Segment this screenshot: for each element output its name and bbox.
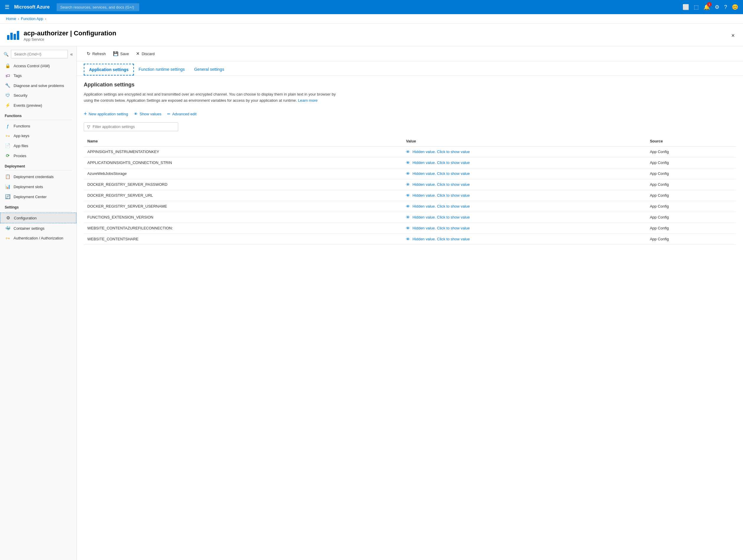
sidebar-item-app-files[interactable]: 📄 App files (0, 141, 76, 151)
sidebar-item-access-control[interactable]: 🔒 Access Control (IAM) (0, 61, 76, 71)
learn-more-link[interactable]: Learn more (298, 98, 317, 103)
center-icon: 🔄 (5, 194, 11, 199)
row-name: DOCKER_REGISTRY_SERVER_USERNAME (84, 201, 402, 212)
table-row[interactable]: WEBSITE_CONTENTSHARE 👁 Hidden value. Cli… (84, 234, 736, 244)
hidden-value-text: Hidden value. Click to show value (412, 215, 470, 219)
sidebar-item-deployment-slots[interactable]: 📊 Deployment slots (0, 182, 76, 192)
sidebar-item-events[interactable]: ⚡ Events (preview) (0, 100, 76, 110)
table-row[interactable]: FUNCTIONS_EXTENSION_VERSION 👁 Hidden val… (84, 212, 736, 223)
row-source: App Config (646, 157, 736, 168)
breadcrumb-sep-1: › (18, 17, 19, 21)
cloud-shell-icon[interactable]: ⬚ (694, 4, 699, 10)
table-row[interactable]: WEBSITE_CONTENTAZUREFILECONNECTION: 👁 Hi… (84, 223, 736, 234)
sidebar-item-security[interactable]: 🛡 Security (0, 91, 76, 100)
topbar-icons: ⬜ ⬚ 🔔 1 ⚙ ? 😊 (683, 4, 738, 10)
close-button[interactable]: × (729, 31, 737, 40)
row-value[interactable]: 👁 Hidden value. Click to show value (402, 190, 646, 201)
row-name: WEBSITE_CONTENTAZUREFILECONNECTION: (84, 223, 402, 234)
sidebar-divider-settings (5, 211, 72, 212)
breadcrumb: Home › Function App › (0, 14, 743, 24)
help-icon[interactable]: ? (724, 4, 727, 10)
col-source: Source (646, 136, 736, 147)
sidebar-section-functions: Functions (0, 110, 76, 119)
refresh-icon: ↻ (87, 51, 91, 56)
settings-icon[interactable]: ⚙ (715, 4, 719, 10)
new-setting-label: New application setting (89, 112, 128, 116)
eye-icon: 👁 (406, 237, 410, 241)
tab-general-settings[interactable]: General settings (189, 64, 229, 76)
row-value[interactable]: 👁 Hidden value. Click to show value (402, 168, 646, 179)
lightning-icon: ⚡ (5, 103, 11, 108)
row-name: APPLICATIONINSIGHTS_CONNECTION_STRIN (84, 157, 402, 168)
pencil-icon: ✏ (167, 112, 171, 116)
notifications-icon[interactable]: 🔔 1 (703, 4, 710, 10)
row-name: FUNCTIONS_EXTENSION_VERSION (84, 212, 402, 223)
row-value[interactable]: 👁 Hidden value. Click to show value (402, 157, 646, 168)
breadcrumb-home[interactable]: Home (6, 16, 16, 21)
container-icon: 🐳 (5, 226, 11, 231)
new-setting-button[interactable]: + New application setting (84, 110, 128, 118)
sidebar-item-label: Proxies (13, 154, 26, 158)
credentials-icon: 📋 (5, 174, 11, 179)
account-icon[interactable]: 😊 (732, 4, 738, 10)
table-row[interactable]: APPINSIGHTS_INSTRUMENTATIONKEY 👁 Hidden … (84, 146, 736, 157)
row-value[interactable]: 👁 Hidden value. Click to show value (402, 223, 646, 234)
table-row[interactable]: DOCKER_REGISTRY_SERVER_USERNAME 👁 Hidden… (84, 201, 736, 212)
resource-subtitle: App Service (24, 37, 116, 42)
func-bar-3 (13, 34, 16, 40)
plus-icon: + (84, 111, 87, 117)
row-value[interactable]: 👁 Hidden value. Click to show value (402, 146, 646, 157)
table-row[interactable]: DOCKER_REGISTRY_SERVER_PASSWORD 👁 Hidden… (84, 179, 736, 190)
sidebar-item-app-keys[interactable]: 🗝 App keys (0, 131, 76, 141)
sidebar-item-authentication[interactable]: 🗝 Authentication / Authorization (0, 233, 76, 243)
hidden-value-text: Hidden value. Click to show value (412, 149, 470, 154)
sidebar-item-container-settings[interactable]: 🐳 Container settings (0, 223, 76, 233)
eye-icon: 👁 (406, 215, 410, 220)
filter-wrapper: ▽ (84, 123, 178, 131)
breadcrumb-sep-2: › (45, 17, 46, 21)
show-values-button[interactable]: 👁 Show values (134, 110, 161, 118)
breadcrumb-function-app[interactable]: Function App (21, 16, 43, 21)
row-value[interactable]: 👁 Hidden value. Click to show value (402, 179, 646, 190)
table-row[interactable]: APPLICATIONINSIGHTS_CONNECTION_STRIN 👁 H… (84, 157, 736, 168)
resource-title: acp-authorizer | Configuration (24, 30, 116, 37)
eye-icon: 👁 (406, 204, 410, 209)
filter-input[interactable] (93, 125, 175, 129)
hidden-value-text: Hidden value. Click to show value (412, 237, 470, 241)
sidebar-item-label: Tags (13, 74, 21, 78)
eye-icon: 👁 (406, 160, 410, 165)
sidebar-section-settings: Settings (0, 202, 76, 211)
func-bar-1 (7, 35, 9, 40)
sidebar-item-deployment-credentials[interactable]: 📋 Deployment credentials (0, 172, 76, 182)
eye-icon: 👁 (406, 182, 410, 187)
refresh-button[interactable]: ↻ Refresh (84, 49, 109, 58)
menu-icon[interactable]: ☰ (5, 4, 9, 10)
sidebar: 🔍 « 🔒 Access Control (IAM) 🏷 Tags 🔧 Diag… (0, 46, 77, 560)
discard-button[interactable]: ✕ Discard (133, 49, 158, 58)
sidebar-item-diagnose[interactable]: 🔧 Diagnose and solve problems (0, 81, 76, 91)
sidebar-collapse-button[interactable]: « (70, 52, 73, 57)
sidebar-item-proxies[interactable]: ⟳ Proxies (0, 151, 76, 161)
sidebar-item-functions[interactable]: ƒ Functions (0, 121, 76, 131)
tab-function-runtime[interactable]: Function runtime settings (134, 64, 189, 76)
table-row[interactable]: AzureWebJobsStorage 👁 Hidden value. Clic… (84, 168, 736, 179)
sidebar-item-deployment-center[interactable]: 🔄 Deployment Center (0, 192, 76, 202)
global-search-input[interactable] (57, 3, 139, 11)
sidebar-search-input[interactable] (11, 50, 68, 58)
row-value[interactable]: 👁 Hidden value. Click to show value (402, 212, 646, 223)
save-button[interactable]: 💾 Save (110, 49, 132, 58)
advanced-edit-button[interactable]: ✏ Advanced edit (167, 110, 196, 118)
sidebar-item-configuration[interactable]: ⚙ Configuration (0, 213, 76, 223)
row-value[interactable]: 👁 Hidden value. Click to show value (402, 234, 646, 244)
sidebar-item-label: Events (preview) (13, 103, 42, 108)
resource-icon (6, 28, 20, 42)
sidebar-item-tags[interactable]: 🏷 Tags (0, 71, 76, 81)
tag-icon: 🏷 (5, 73, 11, 78)
sidebar-item-label: App keys (13, 134, 29, 138)
tab-application-settings[interactable]: Application settings (84, 64, 134, 76)
table-row[interactable]: DOCKER_REGISTRY_SERVER_URL 👁 Hidden valu… (84, 190, 736, 201)
terminal-icon[interactable]: ⬜ (683, 4, 689, 10)
sidebar-item-label: Deployment Center (13, 195, 47, 199)
sidebar-item-label: Security (13, 93, 28, 98)
row-value[interactable]: 👁 Hidden value. Click to show value (402, 201, 646, 212)
